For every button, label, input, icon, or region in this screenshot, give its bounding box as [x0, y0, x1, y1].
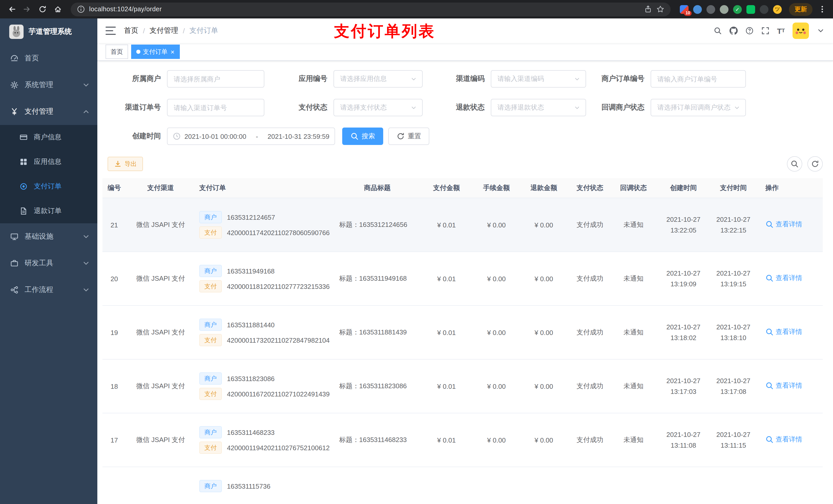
- merchant-order-no-input[interactable]: [651, 70, 746, 88]
- channel-code-select[interactable]: 请输入渠道编码: [491, 70, 586, 88]
- chevron-down-icon: [82, 233, 90, 241]
- tab-home[interactable]: 首页: [105, 45, 128, 59]
- pay-tag: 支付: [199, 441, 222, 454]
- col-channel: 支付渠道: [126, 178, 195, 198]
- sidebar-item-workflow[interactable]: 工作流程: [0, 277, 97, 303]
- tab-close-icon[interactable]: ×: [171, 48, 174, 55]
- extension-icon-5[interactable]: ✓: [733, 5, 742, 14]
- header-search-icon[interactable]: [713, 27, 721, 35]
- home-button[interactable]: [51, 3, 65, 16]
- download-icon: [114, 160, 122, 168]
- chrome-update-button[interactable]: 更新: [789, 3, 812, 16]
- sidebar-item-system[interactable]: 系统管理: [0, 72, 97, 98]
- share-icon[interactable]: [644, 5, 652, 13]
- search-icon: [765, 435, 774, 443]
- extensions-area: 10 ✓ ツ: [680, 5, 782, 14]
- extension-icon-1[interactable]: 10: [680, 5, 689, 14]
- cell-status: 支付成功: [568, 252, 612, 306]
- cell-created: 2021-10-2713:22:05: [655, 198, 712, 252]
- extension-icon-6[interactable]: [746, 5, 755, 14]
- extension-icon-4[interactable]: [720, 5, 729, 14]
- view-detail-link[interactable]: 查看详情: [765, 273, 802, 283]
- cell-refund: ¥ 0.00: [520, 306, 568, 359]
- notify-status-select[interactable]: 请选择订单回调商户状态: [651, 99, 746, 116]
- table-row[interactable]: 17 微信 JSAPI 支付 商户1635311468233 支付4200001…: [102, 413, 823, 467]
- cell-amount: ¥ 0.01: [420, 359, 473, 413]
- cell-title: 标题：1635311949168: [335, 252, 420, 306]
- cell-fee: ¥ 0.00: [473, 306, 520, 359]
- view-detail-link[interactable]: 查看详情: [765, 327, 802, 337]
- back-button[interactable]: [5, 3, 19, 16]
- channel-order-no-input[interactable]: [167, 99, 264, 116]
- cell-order: 商户163531115736: [195, 467, 335, 504]
- site-info-icon[interactable]: [77, 5, 85, 13]
- extension-icon-3[interactable]: [707, 5, 715, 14]
- table-row[interactable]: 20 微信 JSAPI 支付 商户1635311949168 支付4200001…: [102, 252, 823, 306]
- create-time-range-picker[interactable]: 2021-10-01 00:00:00 - 2021-10-31 23:59:5…: [167, 127, 335, 145]
- col-amount: 支付金额: [420, 178, 473, 198]
- extensions-pin-icon[interactable]: [760, 5, 768, 14]
- sidebar-item-app-info[interactable]: 应用信息: [0, 149, 97, 174]
- col-action: 操作: [755, 178, 823, 198]
- pay-status-select[interactable]: 请选择支付状态: [334, 99, 423, 116]
- app-title: 芋道管理系统: [29, 27, 72, 37]
- view-detail-link[interactable]: 查看详情: [765, 220, 802, 229]
- cell-id: 17: [102, 413, 126, 467]
- chevron-down-icon: [82, 81, 90, 89]
- github-icon[interactable]: [729, 27, 737, 35]
- gear-icon: [10, 81, 19, 89]
- font-size-icon[interactable]: TT: [777, 27, 785, 34]
- sidebar-item-infrastructure[interactable]: 基础设施: [0, 223, 97, 250]
- sidebar-item-refund-order[interactable]: 退款订单: [0, 199, 97, 223]
- cell-action: 查看详情: [755, 413, 823, 467]
- filter-row-3: 创建时间 2021-10-01 00:00:00 - 2021-10-31 23…: [108, 127, 823, 145]
- app-logo-row[interactable]: 芋道管理系统: [0, 19, 97, 45]
- forward-button[interactable]: [21, 3, 34, 16]
- reset-button[interactable]: 重置: [388, 127, 429, 145]
- address-bar[interactable]: localhost:1024/pay/order: [71, 2, 671, 16]
- table-row[interactable]: 19 微信 JSAPI 支付 商户1635311881440 支付4200001…: [102, 306, 823, 359]
- toggle-search-button[interactable]: [787, 156, 802, 172]
- cell-refund: ¥ 0.00: [520, 252, 568, 306]
- monitor-icon: [10, 233, 19, 241]
- refund-status-select[interactable]: 请选择退款状态: [491, 99, 586, 116]
- extension-icon-2[interactable]: [693, 5, 702, 14]
- refresh-table-button[interactable]: [807, 156, 823, 172]
- view-detail-link[interactable]: 查看详情: [765, 435, 802, 444]
- reload-button[interactable]: [36, 3, 49, 16]
- chevron-down-icon: [574, 104, 580, 111]
- bookmark-star-icon[interactable]: [656, 5, 664, 13]
- cell-amount: ¥ 0.01: [420, 306, 473, 359]
- sidebar-item-dev-tools[interactable]: 研发工具: [0, 250, 97, 277]
- sidebar-item-pay-order[interactable]: 支付订单: [0, 174, 97, 199]
- avatar-caret-icon[interactable]: [817, 27, 825, 35]
- merchant-tag: 商户: [199, 211, 222, 223]
- sidebar-item-merchant-info[interactable]: 商户信息: [0, 125, 97, 149]
- create-time-label: 创建时间: [108, 131, 167, 141]
- cell-id: 19: [102, 306, 126, 359]
- fullscreen-icon[interactable]: [761, 27, 769, 35]
- table-row-partial[interactable]: 商户163531115736: [102, 467, 823, 504]
- user-avatar[interactable]: [792, 23, 809, 39]
- table-row[interactable]: 18 微信 JSAPI 支付 商户1635311823086 支付4200001…: [102, 359, 823, 413]
- tab-pay-order[interactable]: 支付订单 ×: [131, 45, 180, 59]
- cell-paid: 2021-10-2713:17:08: [712, 359, 755, 413]
- breadcrumb-payment[interactable]: 支付管理: [149, 26, 178, 35]
- view-detail-link[interactable]: 查看详情: [765, 381, 802, 390]
- cell-status: 支付成功: [568, 306, 612, 359]
- export-button[interactable]: 导出: [108, 157, 143, 171]
- sidebar-item-home[interactable]: 首页: [0, 45, 97, 72]
- chevron-down-icon: [82, 259, 90, 267]
- cell-notify: 未通知: [612, 306, 655, 359]
- breadcrumb-home[interactable]: 首页: [124, 26, 138, 35]
- sidebar-item-payment[interactable]: 支付管理: [0, 98, 97, 125]
- search-button[interactable]: 搜索: [342, 127, 383, 145]
- help-icon[interactable]: [745, 27, 753, 35]
- merchant-input[interactable]: [167, 70, 264, 88]
- cell-order: 商户1635311881440 支付4200001173202110272847…: [195, 306, 335, 359]
- sidebar-toggle-icon[interactable]: [105, 27, 116, 35]
- profile-avatar[interactable]: ツ: [773, 5, 782, 14]
- browser-menu-icon[interactable]: [817, 5, 828, 13]
- app-no-select[interactable]: 请选择应用信息: [334, 70, 423, 88]
- table-row[interactable]: 21 微信 JSAPI 支付 商户1635312124657 支付4200001…: [102, 198, 823, 252]
